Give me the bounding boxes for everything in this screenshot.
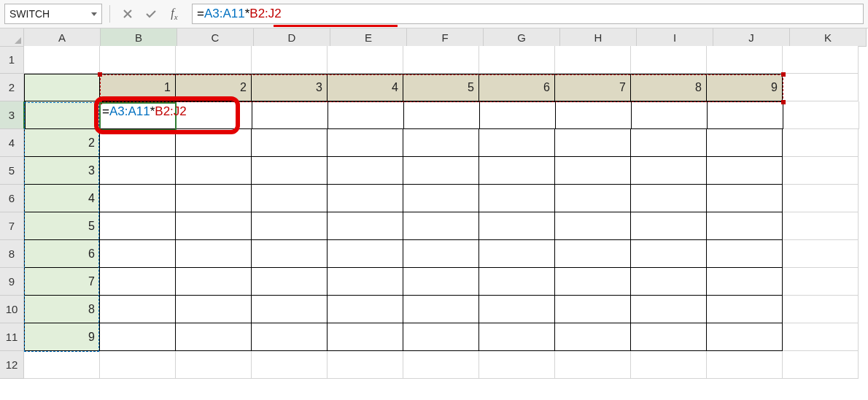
cell-K4[interactable] (783, 129, 859, 157)
cell-K8[interactable] (783, 240, 859, 268)
cell-F1[interactable] (403, 46, 479, 74)
cell-B8[interactable] (100, 240, 176, 268)
cell-B9[interactable] (100, 268, 176, 296)
cell-G2[interactable]: 6 (479, 74, 555, 101)
cell-B4[interactable] (100, 129, 176, 157)
cell-G12[interactable] (479, 351, 555, 379)
cell-D12[interactable] (252, 351, 328, 379)
cell-E5[interactable] (328, 157, 403, 185)
row-header-9[interactable]: 9 (0, 268, 24, 296)
cell-A3[interactable] (25, 101, 101, 129)
cell-B11[interactable] (100, 323, 176, 351)
cell-D6[interactable] (252, 185, 328, 212)
cell-F11[interactable] (403, 323, 479, 351)
cell-F12[interactable] (403, 351, 479, 379)
row-header-5[interactable]: 5 (0, 157, 24, 185)
cell-H6[interactable] (555, 185, 631, 212)
cell-D2[interactable]: 3 (252, 74, 328, 101)
cell-C2[interactable]: 2 (176, 74, 252, 101)
cell-C9[interactable] (176, 268, 252, 296)
cell-K7[interactable] (783, 212, 859, 240)
cell-J2[interactable]: 9 (707, 74, 783, 101)
row-header-4[interactable]: 4 (0, 129, 24, 157)
name-box[interactable]: SWITCH (4, 4, 102, 24)
cell-G1[interactable] (479, 46, 555, 74)
cell-A11[interactable]: 9 (24, 323, 100, 351)
cell-G8[interactable] (479, 240, 555, 268)
cell-I4[interactable] (631, 129, 707, 157)
cell-G3[interactable] (480, 101, 556, 129)
spreadsheet-grid[interactable]: A B C D E F G H I J K 1 2 1 2 3 4 5 6 7 (0, 28, 868, 379)
cell-C12[interactable] (176, 351, 252, 379)
cell-E11[interactable] (328, 323, 403, 351)
cell-J9[interactable] (707, 268, 783, 296)
cell-F5[interactable] (403, 157, 479, 185)
cell-H10[interactable] (555, 296, 631, 323)
cell-K1[interactable] (783, 46, 859, 74)
cell-C5[interactable] (176, 157, 252, 185)
cell-D1[interactable] (252, 46, 328, 74)
cell-H9[interactable] (555, 268, 631, 296)
cell-A5[interactable]: 3 (24, 157, 100, 185)
cell-E3[interactable] (328, 101, 404, 129)
cell-C10[interactable] (176, 296, 252, 323)
cell-A10[interactable]: 8 (24, 296, 100, 323)
cell-K11[interactable] (783, 323, 859, 351)
cell-A7[interactable]: 5 (24, 212, 100, 240)
cell-C11[interactable] (176, 323, 252, 351)
cell-E8[interactable] (328, 240, 403, 268)
cell-K12[interactable] (783, 351, 859, 379)
cell-I6[interactable] (631, 185, 707, 212)
row-header-7[interactable]: 7 (0, 212, 24, 240)
cell-D11[interactable] (252, 323, 328, 351)
cell-H12[interactable] (555, 351, 631, 379)
row-header-10[interactable]: 10 (0, 296, 24, 323)
cell-A8[interactable]: 6 (24, 240, 100, 268)
cell-D9[interactable] (252, 268, 328, 296)
cell-I2[interactable]: 8 (631, 74, 707, 101)
cell-B7[interactable] (100, 212, 176, 240)
cell-J10[interactable] (707, 296, 783, 323)
cell-D5[interactable] (252, 157, 328, 185)
cell-A12[interactable] (24, 351, 100, 379)
row-header-8[interactable]: 8 (0, 240, 24, 268)
row-header-6[interactable]: 6 (0, 185, 24, 212)
cell-B12[interactable] (100, 351, 176, 379)
cell-C3[interactable] (177, 101, 252, 129)
cell-I9[interactable] (631, 268, 707, 296)
cell-I3[interactable] (632, 101, 708, 129)
cell-A4[interactable]: 2 (24, 129, 100, 157)
cell-E2[interactable]: 4 (328, 74, 403, 101)
insert-function-button[interactable]: fx (164, 4, 185, 23)
cell-F6[interactable] (403, 185, 479, 212)
cell-D3[interactable] (252, 101, 328, 129)
cell-I8[interactable] (631, 240, 707, 268)
cancel-button[interactable] (117, 4, 138, 23)
cell-H5[interactable] (555, 157, 631, 185)
col-header-H[interactable]: H (560, 28, 637, 47)
cell-G11[interactable] (479, 323, 555, 351)
cell-B10[interactable] (100, 296, 176, 323)
col-header-F[interactable]: F (407, 28, 484, 47)
cell-C6[interactable] (176, 185, 252, 212)
cell-J5[interactable] (707, 157, 783, 185)
cell-A9[interactable]: 7 (24, 268, 100, 296)
cell-H1[interactable] (555, 46, 631, 74)
formula-input[interactable]: =A3:A11*B2:J2 (192, 4, 864, 24)
cell-H3[interactable] (556, 101, 632, 129)
cell-I7[interactable] (631, 212, 707, 240)
cell-J12[interactable] (707, 351, 783, 379)
col-header-E[interactable]: E (330, 28, 407, 47)
cell-D10[interactable] (252, 296, 328, 323)
cell-J8[interactable] (707, 240, 783, 268)
col-header-A[interactable]: A (24, 28, 101, 47)
row-header-2[interactable]: 2 (0, 74, 24, 101)
cell-G9[interactable] (479, 268, 555, 296)
cell-J11[interactable] (707, 323, 783, 351)
chevron-down-icon[interactable] (91, 12, 97, 16)
cell-A2[interactable] (24, 74, 100, 101)
cell-F4[interactable] (403, 129, 479, 157)
cell-B5[interactable] (100, 157, 176, 185)
cell-A6[interactable]: 4 (24, 185, 100, 212)
col-header-I[interactable]: I (637, 28, 713, 47)
